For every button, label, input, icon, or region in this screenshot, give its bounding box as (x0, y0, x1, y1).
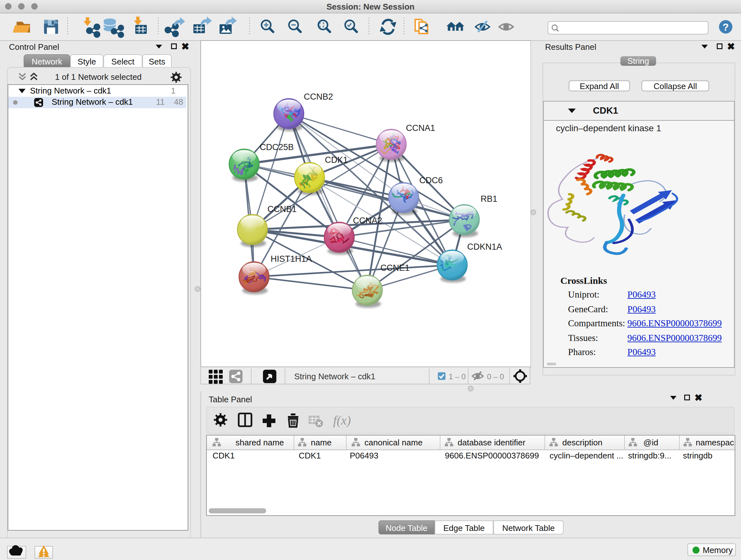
svg-text:?: ? (723, 21, 729, 33)
svg-text:f(x): f(x) (333, 413, 351, 428)
